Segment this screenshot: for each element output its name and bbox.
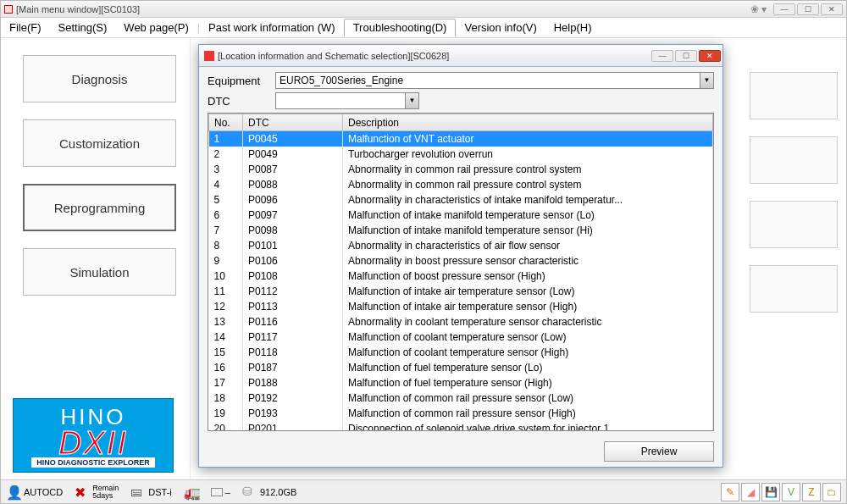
menu-webpage[interactable]: Web page(P) xyxy=(115,19,197,36)
table-row[interactable]: 8P0101Abnormality in characteristics of … xyxy=(209,238,713,253)
nav-diagnosis[interactable]: Diagnosis xyxy=(23,55,176,102)
menu-file[interactable]: File(F) xyxy=(1,19,50,36)
placeholder-btn[interactable] xyxy=(750,72,838,119)
dtc-combo[interactable]: ▼ xyxy=(275,92,419,109)
menu-troubleshooting[interactable]: Troubleshooting(D) xyxy=(344,19,457,37)
table-row[interactable]: 20P0201Disconnection of solenoid valve d… xyxy=(209,421,713,432)
table-row[interactable]: 18P0192Malfunction of common rail pressu… xyxy=(209,390,713,406)
battery-icon xyxy=(211,488,223,496)
placeholder-btn[interactable] xyxy=(750,136,838,184)
tool-pencil-icon[interactable]: ✎ xyxy=(721,483,739,501)
cell-desc: Malfunction of coolant temperature senso… xyxy=(343,330,713,345)
cell-dtc: P0049 xyxy=(243,147,343,162)
status-disk: ⛁ 912.0GB xyxy=(242,485,296,500)
equipment-label: Equipment xyxy=(208,75,275,87)
cell-no: 7 xyxy=(209,223,243,238)
maximize-button[interactable]: ☐ xyxy=(797,3,819,15)
nav-customization[interactable]: Customization xyxy=(23,119,176,167)
cell-dtc: P0116 xyxy=(243,314,343,330)
tool-eraser-icon[interactable]: ◢ xyxy=(741,483,760,501)
tool-z-icon[interactable]: Z xyxy=(802,483,821,501)
menu-setting[interactable]: Setting(S) xyxy=(50,19,116,36)
minimize-button[interactable]: — xyxy=(773,3,795,15)
cell-dtc: P0097 xyxy=(243,208,343,223)
placeholder-btn[interactable] xyxy=(750,265,838,313)
user-icon: 👤 xyxy=(6,485,21,500)
dtc-row: DTC ▼ xyxy=(208,92,714,109)
dialog-maximize-button[interactable]: ☐ xyxy=(675,50,697,62)
menu-version[interactable]: Version info(V) xyxy=(456,19,545,36)
ribbon-icon: ❀ ▾ xyxy=(750,3,767,15)
main-title-bar: [Main menu window][SC0103] ❀ ▾ — ☐ ✕ xyxy=(1,1,846,18)
cell-no: 6 xyxy=(209,208,243,223)
equipment-combo[interactable]: EURO5_700Series_Engine ▼ xyxy=(275,72,714,89)
status-toolbar: ✎ ◢ 💾 V Z 🗀 xyxy=(721,483,841,501)
equipment-value: EURO5_700Series_Engine xyxy=(280,75,403,86)
table-row[interactable]: 6P0097Malfunction of intake manifold tem… xyxy=(209,208,713,223)
cell-dtc: P0096 xyxy=(243,192,343,208)
table-row[interactable]: 5P0096Abnormality in characteristics of … xyxy=(209,192,713,208)
dtc-table-wrapper[interactable]: No. DTC Description 1P0045Malfunction of… xyxy=(208,113,714,431)
table-row[interactable]: 16P0187Malfunction of fuel temperature s… xyxy=(209,360,713,375)
status-truck: 🚛 xyxy=(184,485,199,500)
cell-no: 10 xyxy=(209,269,243,284)
table-row[interactable]: 3P0087Abnormality in common rail pressur… xyxy=(209,162,713,177)
menu-bar: File(F) Setting(S) Web page(P) | Past wo… xyxy=(1,18,846,38)
col-no[interactable]: No. xyxy=(209,114,243,131)
table-row[interactable]: 13P0116Abnormality in coolant temperatur… xyxy=(209,314,713,330)
tool-v-icon[interactable]: V xyxy=(782,483,800,501)
disk-icon: ⛁ xyxy=(242,485,257,500)
table-row[interactable]: 7P0098Malfunction of intake manifold tem… xyxy=(209,223,713,238)
dialog-body: Equipment EURO5_700Series_Engine ▼ DTC ▼… xyxy=(199,67,722,436)
table-row[interactable]: 10P0108Malfunction of boost pressure sen… xyxy=(209,269,713,284)
cell-dtc: P0098 xyxy=(243,223,343,238)
nav-reprogramming[interactable]: Reprogramming xyxy=(23,184,176,231)
table-row[interactable]: 2P0049Turbocharger revolution overrun xyxy=(209,147,713,162)
status-bar: 👤 AUTOCD ✖ Remain5days 🖴 DST-i 🚛 – ⛁ 912… xyxy=(1,479,846,503)
cell-desc: Disconnection of solenoid valve drive sy… xyxy=(343,421,713,432)
menu-pastwork[interactable]: Past work information (W) xyxy=(200,19,344,36)
table-row[interactable]: 11P0112Malfunction of intake air tempera… xyxy=(209,284,713,299)
cell-desc: Malfunction of intake air temperature se… xyxy=(343,284,713,299)
cell-no: 15 xyxy=(209,345,243,360)
preview-button[interactable]: Preview xyxy=(604,441,714,462)
cell-no: 2 xyxy=(209,147,243,162)
cell-desc: Malfunction of VNT actuator xyxy=(343,131,713,147)
table-row[interactable]: 4P0088Abnormality in common rail pressur… xyxy=(209,177,713,192)
tool-save-icon[interactable]: 💾 xyxy=(761,483,780,501)
cell-no: 5 xyxy=(209,192,243,208)
dialog-close-button[interactable]: ✕ xyxy=(699,50,721,62)
table-row[interactable]: 15P0118Malfunction of coolant temperatur… xyxy=(209,345,713,360)
menu-help[interactable]: Help(H) xyxy=(545,19,601,36)
close-button[interactable]: ✕ xyxy=(821,3,843,15)
cell-desc: Abnormality in common rail pressure cont… xyxy=(343,177,713,192)
cell-desc: Malfunction of coolant temperature senso… xyxy=(343,345,713,360)
logo-subtitle: HINO DIAGNOSTIC EXPLORER xyxy=(31,457,155,468)
main-title-text: [Main menu window][SC0103] xyxy=(16,4,140,14)
tool-folder-icon[interactable]: 🗀 xyxy=(822,483,841,501)
app-icon xyxy=(4,5,13,14)
chevron-down-icon: ▼ xyxy=(700,73,713,88)
dialog-title: [Location information and Schematic sele… xyxy=(218,51,449,61)
dialog-minimize-button[interactable]: — xyxy=(651,50,673,62)
table-row[interactable]: 9P0106Abnormality in boost pressure sens… xyxy=(209,253,713,269)
equipment-row: Equipment EURO5_700Series_Engine ▼ xyxy=(208,72,714,89)
cell-no: 4 xyxy=(209,177,243,192)
table-row[interactable]: 14P0117Malfunction of coolant temperatur… xyxy=(209,330,713,345)
placeholder-btn[interactable] xyxy=(750,201,838,248)
dialog-title-bar[interactable]: [Location information and Schematic sele… xyxy=(199,45,722,67)
cell-desc: Malfunction of intake manifold temperatu… xyxy=(343,208,713,223)
cell-dtc: P0117 xyxy=(243,330,343,345)
table-row[interactable]: 17P0188Malfunction of fuel temperature s… xyxy=(209,375,713,390)
table-row[interactable]: 19P0193Malfunction of common rail pressu… xyxy=(209,406,713,421)
truck-icon: 🚛 xyxy=(184,485,199,500)
col-description[interactable]: Description xyxy=(343,114,713,131)
col-dtc[interactable]: DTC xyxy=(243,114,343,131)
cell-dtc: P0188 xyxy=(243,375,343,390)
table-row[interactable]: 12P0113Malfunction of intake air tempera… xyxy=(209,299,713,314)
cell-desc: Malfunction of fuel temperature sensor (… xyxy=(343,375,713,390)
table-row[interactable]: 1P0045Malfunction of VNT actuator xyxy=(209,131,713,147)
cell-desc: Abnormality in boost pressure sensor cha… xyxy=(343,253,713,269)
nav-simulation[interactable]: Simulation xyxy=(23,248,176,296)
status-remain: ✖ Remain5days xyxy=(75,485,119,500)
